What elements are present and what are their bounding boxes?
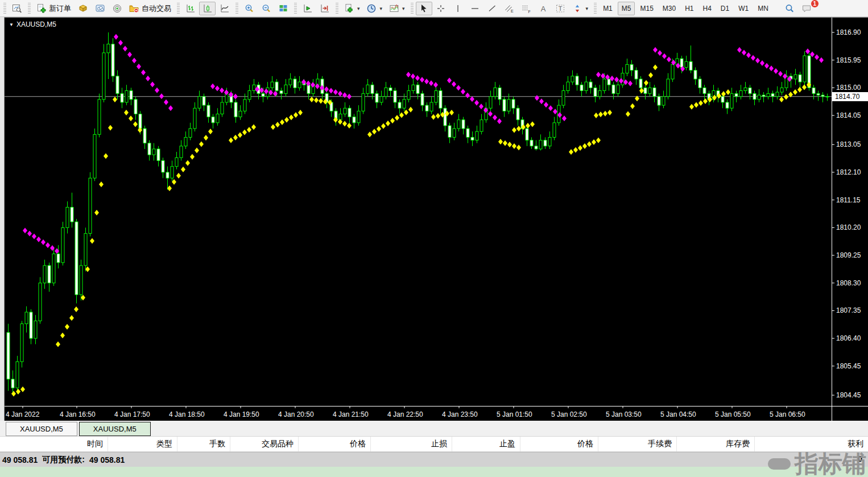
- chart-shift-button[interactable]: [316, 2, 333, 15]
- price-axis-label: 1804.45: [836, 391, 868, 400]
- auto-scroll-icon: [302, 3, 313, 14]
- arrow-tools-icon: [572, 3, 583, 14]
- dropdown-caret-icon: ▾: [586, 6, 589, 11]
- dropdown-caret-icon: ▾: [402, 6, 405, 11]
- toolbar-grip: [294, 3, 297, 14]
- free-margin-value: 49 058.81: [89, 455, 125, 464]
- candlestick-type-icon: [202, 3, 213, 14]
- price-axis-label: 1816.90: [836, 28, 868, 37]
- text-tool-button[interactable]: A: [535, 2, 552, 15]
- time-axis-label: 5 Jan 03:50: [606, 409, 642, 420]
- zoom-in-button[interactable]: [241, 2, 257, 15]
- indicators-button[interactable]: ▾: [386, 2, 408, 15]
- auto-scroll-button[interactable]: [299, 2, 316, 15]
- symbol-caret-icon[interactable]: ▼: [9, 22, 14, 27]
- chart-tab[interactable]: XAUUSD,M5: [6, 422, 77, 436]
- timeframe-m5[interactable]: M5: [618, 2, 635, 15]
- trendline-tool-button[interactable]: [484, 2, 501, 15]
- timeframe-h4[interactable]: H4: [699, 2, 716, 15]
- table-column-header[interactable]: 获利: [755, 437, 868, 451]
- price-axis-label: 1813.05: [836, 140, 868, 149]
- trendline-icon: [487, 3, 498, 14]
- time-axis-label: 5 Jan 02:50: [551, 409, 587, 420]
- cursor-tool-button[interactable]: [416, 2, 432, 15]
- candlestick-type-button[interactable]: [199, 2, 216, 15]
- time-axis-label: 5 Jan 04:50: [660, 409, 696, 420]
- table-column-header[interactable]: 库存费: [677, 437, 755, 451]
- line-chart-type-button[interactable]: [216, 2, 233, 15]
- timeframe-m1[interactable]: M1: [599, 2, 617, 15]
- dropdown-caret-icon: ▾: [357, 6, 360, 11]
- price-axis-label: 1807.35: [836, 306, 868, 315]
- text-icon: A: [538, 3, 549, 14]
- time-axis-label: 4 Jan 16:50: [60, 409, 96, 420]
- market-watch-icon: [94, 3, 105, 14]
- horizontal-line-icon: [470, 3, 481, 14]
- timeframe-w1[interactable]: W1: [734, 2, 753, 15]
- status-bar: 49 058.81 可用预付款: 49 058.81 0: [0, 452, 868, 467]
- table-column-header[interactable]: 类型: [108, 437, 177, 451]
- price-axis-label: 1812.10: [836, 168, 868, 177]
- time-axis-label: 4 Jan 21:50: [333, 409, 369, 420]
- arrow-tools-button[interactable]: ▾: [569, 2, 592, 15]
- price-axis-label: 1815.95: [836, 56, 868, 65]
- table-column-header[interactable]: 止盈: [452, 437, 520, 451]
- zoom-out-button[interactable]: [258, 2, 274, 15]
- new-order-button[interactable]: 新订单: [33, 2, 74, 15]
- timeframe-d1[interactable]: D1: [717, 2, 733, 15]
- chat-button[interactable]: 1: [799, 2, 815, 15]
- chart-window[interactable]: ▼ XAUUSD,M5 1816.901815.951815.001814.05…: [5, 17, 868, 421]
- mt4-application: 新订单 自动交易: [0, 0, 868, 477]
- timeframe-mn[interactable]: MN: [754, 2, 772, 15]
- window-edge-strip: [0, 17, 5, 421]
- chart-symbol-label: ▼ XAUUSD,M5: [9, 20, 56, 28]
- text-label-icon: T: [555, 3, 566, 14]
- text-label-tool-button[interactable]: T: [552, 2, 569, 15]
- toolbar-grip: [411, 3, 414, 14]
- table-column-header[interactable]: 价格: [520, 437, 598, 451]
- table-column-header[interactable]: 止损: [371, 437, 452, 451]
- trade-table-header: 时间类型手数交易品种价格止损止盈价格手续费库存费获利: [0, 437, 868, 452]
- crosshair-tool-button[interactable]: [433, 2, 449, 15]
- toolbar-grip: [28, 3, 31, 14]
- timeframe-m15[interactable]: M15: [636, 2, 657, 15]
- periods-button[interactable]: ▾: [363, 2, 386, 15]
- horizontal-line-tool-button[interactable]: [467, 2, 483, 15]
- timeframe-h1[interactable]: H1: [681, 2, 697, 15]
- chart-tab[interactable]: XAUUSD,M5: [79, 422, 151, 436]
- symbol-search-button[interactable]: [782, 2, 798, 15]
- price-chart-canvas[interactable]: [5, 18, 868, 421]
- auto-trading-button[interactable]: 自动交易: [126, 2, 174, 15]
- periods-clock-icon: [366, 3, 377, 14]
- toolbar-grip: [235, 3, 238, 14]
- tile-windows-button[interactable]: [275, 2, 291, 15]
- table-column-header[interactable]: 交易品种: [230, 437, 299, 451]
- table-column-header[interactable]: 手数: [177, 437, 230, 451]
- vertical-line-icon: [453, 3, 464, 14]
- svg-text:T: T: [559, 5, 563, 12]
- chart-search-button[interactable]: [9, 2, 25, 15]
- history-center-button[interactable]: [75, 2, 91, 15]
- time-axis-label: 5 Jan 01:50: [497, 409, 532, 420]
- price-axis-label: 1814.05: [836, 111, 868, 120]
- new-chart-button[interactable]: ▾: [341, 2, 363, 15]
- bar-chart-type-button[interactable]: [182, 2, 199, 15]
- chart-tabs-bar: XAUUSD,M5XAUUSD,M5: [0, 421, 868, 437]
- table-column-header[interactable]: 手续费: [598, 437, 677, 451]
- navigator-target-icon: [111, 3, 122, 14]
- fibonacci-tool-button[interactable]: F: [518, 2, 535, 15]
- timeframe-m30[interactable]: M30: [659, 2, 680, 15]
- table-column-header[interactable]: 时间: [0, 437, 108, 451]
- new-order-label: 新订单: [49, 3, 71, 14]
- price-axis-label: 1805.45: [836, 362, 868, 371]
- candles-layer: [7, 32, 829, 395]
- equidistant-channel-tool-button[interactable]: E: [501, 2, 518, 15]
- price-axis-label: 1815.00: [836, 83, 868, 92]
- market-watch-button[interactable]: [92, 2, 108, 15]
- line-chart-type-icon: [219, 3, 230, 14]
- toolbar-grip: [336, 3, 338, 14]
- navigator-button[interactable]: [109, 2, 125, 15]
- vertical-line-tool-button[interactable]: [450, 2, 466, 15]
- table-column-header[interactable]: 价格: [299, 437, 371, 451]
- search-icon: [784, 3, 795, 14]
